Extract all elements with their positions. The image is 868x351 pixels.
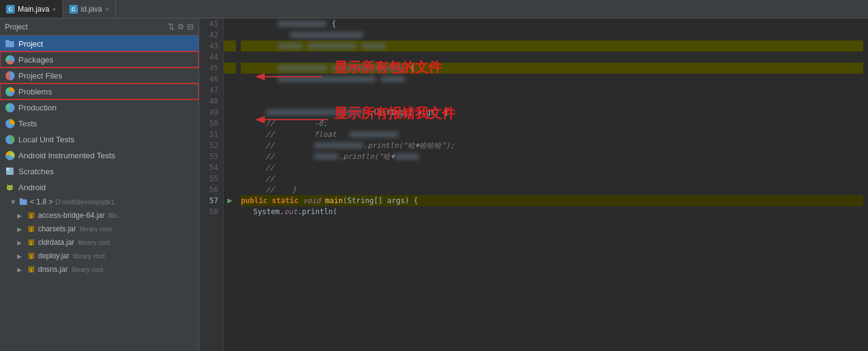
scratches-icon	[5, 166, 15, 176]
code-line-42	[241, 29, 863, 40]
tab-close-main[interactable]: ×	[52, 6, 56, 13]
code-line-57: public static void main(String[] args) {	[241, 195, 863, 206]
code-line-47	[241, 85, 863, 96]
code-line-48	[241, 96, 863, 107]
svg-text:j: j	[30, 214, 32, 218]
sidebar-item-production[interactable]: Production	[0, 99, 199, 115]
code-line-55: //	[241, 173, 863, 184]
sidebar: Project ⇅ ⚙ ⊟ Project	[0, 18, 199, 351]
sidebar-item-project[interactable]: Project	[0, 36, 199, 52]
svg-text:j: j	[30, 254, 32, 259]
jar-label-3: cldrdata.jar	[38, 238, 74, 247]
chevron-right-icon-2: ▶	[17, 226, 25, 233]
sidebar-list: Project Packages Project Files	[0, 36, 199, 351]
sync-icon[interactable]: ⇅	[168, 22, 175, 31]
svg-point-8	[8, 187, 9, 188]
sidebar-item-packages[interactable]: Packages	[0, 52, 199, 68]
jdk-path: D:\soft\develop\jdk1	[55, 198, 115, 206]
sidebar-label-packages: Packages	[18, 55, 53, 64]
svg-rect-11	[20, 198, 23, 200]
code-line-45: {	[241, 63, 863, 74]
settings-icon[interactable]: ⚙	[177, 22, 185, 31]
tab-id-java[interactable]: C id.java ×	[63, 0, 116, 18]
svg-rect-3	[6, 168, 9, 171]
tree-item-cldrdata[interactable]: ▶ j cldrdata.jar library root	[0, 236, 199, 249]
code-line-58: System.out.println(	[241, 206, 863, 217]
sidebar-item-problems[interactable]: Problems	[0, 83, 199, 99]
code-editor[interactable]: 41 42 43 44 45 46 47 48 49 50 51 52 53 5…	[199, 18, 868, 351]
code-line-43	[241, 40, 863, 52]
svg-rect-10	[20, 199, 27, 205]
tree-item-dnsns[interactable]: ▶ j dnsns.jar library root	[0, 263, 199, 276]
sidebar-item-android-instrumented-tests[interactable]: Android Instrumented Tests	[0, 147, 199, 163]
jar-sub-1: libr...	[108, 212, 123, 219]
tree-item-access-bridge[interactable]: ▶ j access-bridge-64.jar libr...	[0, 209, 199, 222]
sidebar-item-local-unit-tests[interactable]: Local Unit Tests	[0, 131, 199, 147]
android-inst-tests-icon	[5, 150, 15, 160]
svg-rect-1	[6, 40, 9, 42]
tab-main-java[interactable]: C Main.java ×	[0, 0, 63, 18]
jdk-label: < 1.8 >	[30, 198, 53, 206]
line-numbers: 41 42 43 44 45 46 47 48 49 50 51 52 53 5…	[199, 18, 224, 351]
jdk-icon	[19, 198, 28, 206]
chevron-right-icon-3: ▶	[17, 239, 25, 246]
jar-label-1: access-bridge-64.jar	[38, 211, 105, 220]
sidebar-label-project: Project	[18, 39, 43, 48]
jar-sub-4: library root	[73, 252, 105, 260]
tree-item-jdk[interactable]: ▼ < 1.8 > D:\soft\develop\jdk1	[0, 195, 199, 209]
production-icon	[5, 102, 15, 112]
tab-bar: C Main.java × C id.java ×	[0, 0, 868, 18]
sidebar-label-android-instrumented-tests: Android Instrumented Tests	[18, 151, 115, 160]
sidebar-title: Project	[5, 23, 28, 31]
code-line-50: // -0;	[241, 118, 863, 129]
code-line-53: // .println("哈♦	[241, 151, 863, 162]
chevron-right-icon-5: ▶	[17, 266, 25, 273]
jar-label-5: dnsns.jar	[38, 265, 68, 274]
sidebar-label-tests: Tests	[18, 119, 37, 128]
jar-label-2: charsets.jar	[38, 225, 76, 233]
code-line-52: // .println("哈♦哈哈哈");	[241, 140, 863, 151]
jar-icon-3: j	[27, 238, 36, 247]
chevron-right-icon-4: ▶	[17, 253, 25, 260]
jar-icon-4: j	[27, 252, 36, 260]
svg-rect-0	[6, 41, 14, 47]
sidebar-item-project-files[interactable]: Project Files	[0, 68, 199, 83]
project-icon	[5, 39, 15, 48]
sidebar-label-production: Production	[18, 103, 56, 112]
header-icons: ⇅ ⚙ ⊟	[168, 22, 194, 31]
jar-sub-2: library root	[80, 225, 112, 233]
sidebar-label-project-files: Project Files	[18, 71, 63, 80]
sidebar-label-android: Android	[18, 183, 46, 192]
run-icon[interactable]: ▶	[227, 195, 232, 206]
sidebar-header: Project ⇅ ⚙ ⊟	[0, 18, 199, 36]
sidebar-item-android[interactable]: Android	[0, 179, 199, 195]
code-line-44	[241, 52, 863, 63]
code-line-54: //	[241, 162, 863, 173]
sidebar-item-tests[interactable]: Tests	[0, 115, 199, 131]
jar-icon: j	[27, 211, 36, 220]
code-content[interactable]: { {	[236, 18, 868, 351]
jar-label-4: deploy.jar	[38, 252, 69, 260]
chevron-right-icon: ▶	[17, 212, 25, 219]
layout-icon[interactable]: ⊟	[187, 22, 194, 31]
code-line-56: // }	[241, 184, 863, 195]
sidebar-item-scratches[interactable]: Scratches	[0, 163, 199, 179]
packages-icon	[5, 55, 15, 64]
jar-sub-5: library root	[72, 266, 104, 273]
android-icon	[5, 182, 15, 192]
svg-text:j: j	[30, 227, 32, 232]
code-line-51: // float	[241, 129, 863, 140]
tree-item-charsets[interactable]: ▶ j charsets.jar library root	[0, 222, 199, 236]
svg-text:j: j	[30, 268, 32, 272]
svg-rect-5	[7, 187, 12, 190]
tab-label-id: id.java	[81, 5, 102, 14]
svg-text:j: j	[30, 241, 32, 245]
tab-close-id[interactable]: ×	[105, 6, 108, 13]
svg-point-9	[10, 187, 12, 188]
code-line-41: {	[241, 18, 863, 29]
code-gutter: ▶	[224, 18, 236, 351]
tree-item-deploy[interactable]: ▶ j deploy.jar library root	[0, 249, 199, 263]
code-line-46	[241, 74, 863, 85]
sidebar-label-local-unit-tests: Local Unit Tests	[18, 135, 75, 144]
local-unit-tests-icon	[5, 134, 15, 144]
